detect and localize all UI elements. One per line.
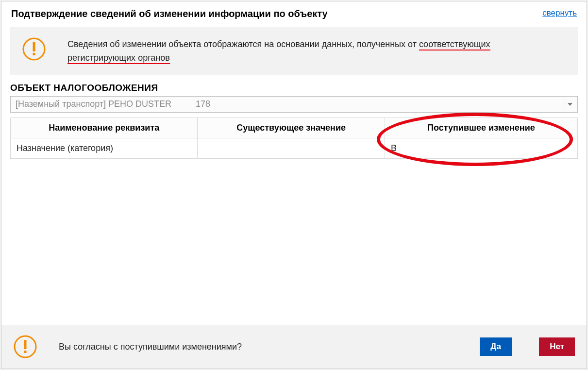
svg-rect-5 [24,351,27,353]
col-header-existing: Существующее значение [198,118,385,138]
warning-icon [22,37,46,61]
cell-incoming: В [385,138,577,158]
yes-button[interactable]: Да [480,337,512,356]
svg-rect-2 [33,53,35,55]
section-label: ОБЪЕКТ НАЛОГООБЛОЖЕНИЯ [10,83,578,93]
svg-rect-4 [24,340,27,349]
collapse-link[interactable]: свернуть [542,8,577,18]
col-header-name: Наименование реквизита [11,118,198,138]
cell-existing [198,138,385,158]
footer-banner: Вы согласны с поступившими изменениями? … [1,325,587,369]
svg-rect-1 [33,42,35,51]
col-header-incoming: Поступившее изменение [385,118,577,138]
info-underlined-1: соответствующих [419,39,490,50]
confirmation-dialog: Подтверждение сведений об изменении инфо… [1,1,587,369]
changes-table: Наименование реквизита Существующее знач… [10,118,578,159]
table-header-row: Наименование реквизита Существующее знач… [11,118,578,138]
info-text-prefix: Сведения об изменении объекта отображают… [67,39,419,49]
info-banner: Сведения об изменении объекта отображают… [10,27,578,75]
cell-name: Назначение (категория) [11,138,198,158]
info-text: Сведения об изменении объекта отображают… [67,37,490,65]
dialog-header: Подтверждение сведений об изменении инфо… [1,1,587,25]
object-select-row: [Наземный транспорт] РЕНО DUSTER 178 [10,96,578,113]
warning-icon [13,335,37,359]
dialog-title: Подтверждение сведений об изменении инфо… [11,8,328,19]
table-row: Назначение (категория) В [11,138,578,158]
object-select-value: [Наземный транспорт] РЕНО DUSTER 178 [16,99,210,109]
object-select[interactable]: [Наземный транспорт] РЕНО DUSTER 178 [10,96,578,113]
footer-question: Вы согласны с поступившими изменениями? [59,342,458,352]
no-button[interactable]: Нет [539,337,575,356]
info-underlined-2: регистрирующих органов [67,53,170,64]
chevron-down-icon [565,98,574,111]
